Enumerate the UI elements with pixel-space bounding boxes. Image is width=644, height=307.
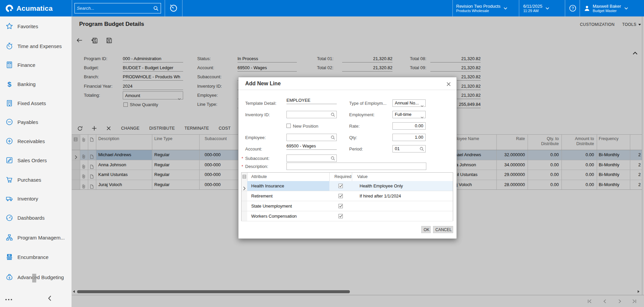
type-of-employment-select[interactable]: Annual No... <box>392 99 426 107</box>
sidebar-item-banking[interactable]: $ Banking <box>0 77 72 91</box>
new-position-label: New Position <box>293 124 318 129</box>
acumatica-logo[interactable]: Acumatica <box>5 3 53 14</box>
cell-attribute[interactable]: Workers Compensation <box>247 211 329 221</box>
new-position-checkbox[interactable] <box>286 124 291 128</box>
divider <box>238 90 457 90</box>
required-checkbox[interactable] <box>338 204 343 208</box>
sidebar-item-dashboards[interactable]: Dashboards <box>0 211 72 224</box>
close-button[interactable] <box>445 81 452 87</box>
required-checkbox[interactable] <box>338 184 343 188</box>
attribute-row[interactable]: Retirement If hired after 1/1/2024 <box>241 191 453 201</box>
sidebar-item-receivables[interactable]: Receivables <box>0 134 72 148</box>
attribute-row[interactable]: Workers Compensation <box>241 211 453 221</box>
sidebar-item-finance[interactable]: Finance <box>0 58 72 72</box>
logo-text: Acumatica <box>16 4 53 12</box>
divider <box>452 0 453 16</box>
chevron-down-icon <box>421 114 424 121</box>
cell-value[interactable] <box>352 211 453 221</box>
lookup-icon[interactable] <box>331 113 335 117</box>
sidebar-item-encumbrance[interactable]: $ Encumbrance <box>0 250 72 264</box>
period-field[interactable]: 01 <box>392 145 426 152</box>
sidebar-item-sales-orders[interactable]: Sales Orders <box>0 154 72 167</box>
divider <box>519 0 519 16</box>
svg-text:$: $ <box>8 276 10 279</box>
top-bar: Acumatica Revision Two Products Products… <box>0 0 644 16</box>
required-checkbox[interactable] <box>338 194 343 198</box>
attr-column-header[interactable]: Attribute <box>251 173 267 181</box>
account-value: 69500 - Wages <box>286 142 337 150</box>
user-name: Maxwell Baker <box>593 4 621 9</box>
divider <box>182 0 182 16</box>
sidebar-item-fixed-assets[interactable]: Fixed Assets <box>0 96 72 110</box>
cart-icon <box>5 176 13 184</box>
value-column-header[interactable]: Value <box>357 173 368 181</box>
cancel-button[interactable]: CANCEL <box>433 226 453 233</box>
qty-field[interactable]: 1.00 <box>392 134 426 141</box>
inventory-id-field[interactable] <box>286 111 337 118</box>
sidebar-item-time-and-expenses[interactable]: Time and Expenses <box>0 39 72 53</box>
company-selector[interactable]: Revision Two Products Products Wholesale <box>456 0 517 16</box>
timer-icon[interactable] <box>169 4 178 13</box>
user-menu[interactable]: Maxwell Baker Budget Master <box>584 0 643 16</box>
sidebar-item-payables[interactable]: Payables <box>0 115 72 129</box>
acumatica-mark-icon <box>5 4 13 12</box>
sidebar-item-purchases[interactable]: Purchases <box>0 173 72 186</box>
lookup-icon[interactable] <box>331 156 335 161</box>
search-icon[interactable] <box>153 6 159 11</box>
sidebar-scrollbar-thumb[interactable] <box>32 274 36 282</box>
attributes-table: Attribute Required Value Health Insuranc… <box>241 172 453 221</box>
attribute-row[interactable]: Health Insurance Health Employee Only <box>241 181 453 191</box>
cell-value[interactable]: Health Employee Only <box>352 181 453 191</box>
sidebar-item-inventory[interactable]: Inventory <box>0 192 72 205</box>
business-date-selector[interactable]: 6/11/2025 11:29 AM <box>523 0 560 16</box>
calculator-icon <box>5 61 13 69</box>
notes-icon <box>243 175 246 179</box>
description-field[interactable] <box>286 163 426 170</box>
help-button[interactable]: ? <box>568 0 577 16</box>
divider <box>565 0 565 16</box>
divider <box>165 0 165 16</box>
search-input[interactable] <box>75 6 153 11</box>
sidebar-collapse-button[interactable] <box>48 295 54 302</box>
subaccount-field[interactable] <box>286 155 337 162</box>
lookup-icon[interactable] <box>331 135 335 140</box>
required-column-header[interactable]: Required <box>334 173 352 181</box>
cell-value[interactable] <box>352 201 453 211</box>
type-of-employment-value: Annual No... <box>395 100 419 105</box>
employee-label: Employee: <box>245 135 266 140</box>
employee-field[interactable] <box>286 134 337 141</box>
sidebar-item-program-management[interactable]: Program Managem... <box>0 231 72 244</box>
required-checkbox[interactable] <box>338 214 343 218</box>
svg-text:?: ? <box>572 6 574 11</box>
chevron-left-icon <box>48 295 52 301</box>
close-icon <box>446 82 451 86</box>
sidebar-item-label: Finance <box>17 62 35 68</box>
cell-value[interactable]: If hired after 1/1/2024 <box>352 191 453 201</box>
employment-label: Employment: <box>349 112 375 117</box>
account-label: Account: <box>245 146 262 151</box>
employment-select[interactable]: Full-time <box>392 111 426 118</box>
sidebar-item-favorites[interactable]: Favorites <box>0 19 72 33</box>
cell-attribute[interactable]: Retirement <box>247 191 329 201</box>
gauge-icon <box>5 214 13 222</box>
search-box[interactable] <box>74 3 161 13</box>
attribute-row[interactable]: State Unemployment <box>241 201 453 211</box>
stopwatch-icon <box>5 42 13 50</box>
sidebar-more-button[interactable] <box>5 297 16 303</box>
ok-button[interactable]: OK <box>421 226 431 233</box>
sidebar-item-label: Fixed Assets <box>17 100 46 106</box>
template-detail-value: EMPLOYEE <box>286 97 337 104</box>
user-icon <box>584 5 590 12</box>
lookup-icon[interactable] <box>420 147 424 151</box>
rate-field[interactable]: 0.00 <box>392 122 426 130</box>
inventory-id-label: Inventory ID: <box>245 112 270 117</box>
cell-attribute[interactable]: Health Insurance <box>247 181 329 191</box>
sidebar-item-label: Encumbrance <box>17 254 49 260</box>
cell-attribute[interactable]: State Unemployment <box>247 201 329 211</box>
star-icon <box>5 22 13 30</box>
sidebar-item-label: Inventory <box>17 196 38 202</box>
plus-circle-icon <box>5 137 13 145</box>
qty-label: Qty: <box>349 135 357 140</box>
sidebar-item-label: Dashboards <box>17 215 45 221</box>
chevron-down-icon <box>545 7 549 10</box>
